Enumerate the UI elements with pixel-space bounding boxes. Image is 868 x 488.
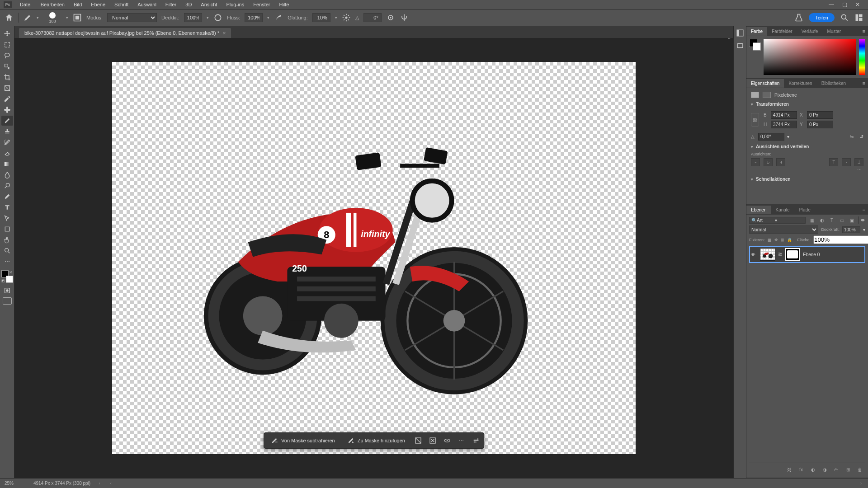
width-input[interactable] bbox=[771, 111, 797, 119]
layer-mask-thumbnail[interactable] bbox=[785, 248, 800, 261]
hand-tool[interactable] bbox=[1, 235, 13, 245]
tab-farbfelder[interactable]: Farbfelder bbox=[767, 27, 797, 36]
screen-mode-icon[interactable] bbox=[3, 297, 12, 305]
tab-pfade[interactable]: Pfade bbox=[794, 206, 815, 214]
scroll-right-icon[interactable]: › bbox=[859, 481, 863, 486]
status-chevron-icon[interactable]: › bbox=[97, 481, 102, 486]
lock-artboard-icon[interactable]: ⊞ bbox=[781, 237, 784, 243]
panel-icon-1[interactable] bbox=[736, 29, 744, 37]
background-swatch[interactable] bbox=[6, 276, 13, 283]
airbrush-icon[interactable] bbox=[274, 13, 283, 22]
opacity-input[interactable] bbox=[184, 13, 202, 22]
invert-mask-icon[interactable] bbox=[414, 436, 422, 445]
shape-tool[interactable] bbox=[1, 224, 13, 234]
workspace-icon[interactable] bbox=[854, 13, 863, 22]
tool-preset-chevron-icon[interactable]: ▾ bbox=[37, 15, 39, 20]
layer-row[interactable]: 👁 ⛓ Ebene 0 bbox=[749, 246, 865, 263]
horizontal-scrollbar[interactable] bbox=[328, 481, 644, 486]
align-bottom-icon[interactable]: ⟘ bbox=[854, 158, 863, 166]
menu-ansicht[interactable]: Ansicht bbox=[196, 0, 222, 9]
share-button[interactable]: Teilen bbox=[809, 13, 835, 22]
tab-bibliotheken[interactable]: Bibliotheken bbox=[817, 79, 850, 88]
document-tab[interactable]: bike-3073082 nattapol deejitwasin auf Pi… bbox=[19, 28, 231, 38]
subtract-from-mask-button[interactable]: Von Maske subtrahieren bbox=[268, 435, 338, 446]
layer-opacity-input[interactable] bbox=[842, 226, 860, 233]
minimize-icon[interactable]: — bbox=[829, 1, 834, 8]
frame-tool[interactable] bbox=[1, 83, 13, 93]
properties-panel-menu-icon[interactable]: ≡ bbox=[860, 80, 868, 86]
add-mask-icon[interactable]: ◐ bbox=[809, 466, 816, 473]
new-group-icon[interactable]: 🗀 bbox=[833, 466, 840, 473]
opacity-chevron-icon[interactable]: ▾ bbox=[207, 15, 209, 20]
layer-opacity-chevron-icon[interactable]: ▾ bbox=[863, 227, 865, 232]
x-input[interactable] bbox=[807, 111, 833, 119]
zoom-level[interactable]: 25% bbox=[5, 481, 27, 486]
smoothing-gear-icon[interactable] bbox=[342, 13, 351, 22]
symmetry-icon[interactable] bbox=[400, 13, 409, 22]
menu-auswahl[interactable]: Auswahl bbox=[133, 0, 161, 9]
filter-pixel-icon[interactable]: ▦ bbox=[808, 216, 816, 224]
menu-filter[interactable]: Filter bbox=[161, 0, 181, 9]
align-top-icon[interactable]: ⟙ bbox=[829, 158, 838, 166]
link-layers-icon[interactable]: ⛓ bbox=[786, 466, 793, 473]
filter-smart-icon[interactable]: ▣ bbox=[848, 216, 855, 224]
tab-muster[interactable]: Muster bbox=[822, 27, 845, 36]
layer-name[interactable]: Ebene 0 bbox=[803, 252, 820, 257]
clear-mask-icon[interactable] bbox=[429, 436, 437, 445]
heal-tool[interactable] bbox=[1, 105, 13, 115]
flip-vertical-icon[interactable]: ⇵ bbox=[860, 134, 863, 139]
menu-fenster[interactable]: Fenster bbox=[249, 0, 274, 9]
path-tool[interactable] bbox=[1, 213, 13, 223]
tab-eigenschaften[interactable]: Eigenschaften bbox=[746, 79, 784, 88]
blend-mode-select[interactable]: Normal bbox=[107, 13, 157, 22]
color-panel-menu-icon[interactable]: ≡ bbox=[860, 28, 868, 34]
panel-icon-2[interactable] bbox=[736, 42, 744, 50]
add-to-mask-button[interactable]: Zu Maske hinzufügen bbox=[344, 435, 408, 446]
maximize-icon[interactable]: ▢ bbox=[842, 1, 847, 8]
menu-hilfe[interactable]: Hilfe bbox=[274, 0, 293, 9]
align-vcenter-icon[interactable]: ⫟ bbox=[842, 158, 851, 166]
tab-farbe[interactable]: Farbe bbox=[746, 27, 767, 36]
layers-panel-menu-icon[interactable]: ≡ bbox=[860, 207, 868, 212]
layer-fx-icon[interactable]: fx bbox=[797, 466, 805, 473]
quickmask-icon[interactable] bbox=[1, 286, 13, 296]
menu-schrift[interactable]: Schrift bbox=[110, 0, 133, 9]
tab-korrekturen[interactable]: Korrekturen bbox=[784, 79, 816, 88]
menu-bearbeiten[interactable]: Bearbeiten bbox=[36, 0, 69, 9]
zoom-tool[interactable] bbox=[1, 246, 13, 256]
menu-bild[interactable]: Bild bbox=[69, 0, 86, 9]
tab-kanaele[interactable]: Kanäle bbox=[771, 206, 794, 214]
menu-datei[interactable]: Datei bbox=[15, 0, 36, 9]
flow-input[interactable] bbox=[245, 13, 263, 22]
height-input[interactable] bbox=[771, 121, 797, 128]
hue-slider[interactable] bbox=[859, 39, 865, 75]
align-more-icon[interactable]: ⋯ bbox=[751, 166, 863, 173]
layer-thumbnail[interactable] bbox=[760, 248, 775, 261]
brush-tool[interactable] bbox=[1, 116, 13, 126]
lasso-tool[interactable] bbox=[1, 51, 13, 61]
document-canvas[interactable]: 8 infinity 250 bbox=[112, 61, 636, 455]
color-field[interactable] bbox=[764, 39, 856, 75]
size-pressure-icon[interactable] bbox=[386, 13, 395, 22]
layer-visibility-icon[interactable]: 👁 bbox=[751, 252, 757, 257]
menu-plugins[interactable]: Plug-ins bbox=[222, 0, 249, 9]
flow-chevron-icon[interactable]: ▾ bbox=[267, 15, 269, 20]
brush-settings-icon[interactable] bbox=[73, 13, 82, 22]
filter-adjust-icon[interactable]: ◐ bbox=[818, 216, 826, 224]
filter-toggle-icon[interactable]: ⬬ bbox=[858, 216, 865, 224]
align-section-toggle[interactable]: ▾Ausrichten und verteilen bbox=[751, 144, 863, 149]
close-tab-icon[interactable]: × bbox=[223, 30, 226, 36]
new-layer-icon[interactable]: ⊞ bbox=[844, 466, 852, 473]
history-brush-tool[interactable] bbox=[1, 137, 13, 147]
mask-link-icon[interactable]: ⛓ bbox=[778, 252, 782, 257]
type-tool[interactable] bbox=[1, 202, 13, 212]
gradient-tool[interactable] bbox=[1, 159, 13, 169]
smoothing-input[interactable] bbox=[312, 13, 330, 22]
layer-filter-input[interactable] bbox=[757, 218, 775, 223]
menu-ebene[interactable]: Ebene bbox=[86, 0, 110, 9]
tab-ebenen[interactable]: Ebenen bbox=[746, 206, 771, 214]
color-swatches[interactable]: ⤭ ◩ bbox=[1, 270, 13, 283]
more-options-icon[interactable]: ⋯ bbox=[458, 436, 466, 445]
color-panel-swatches[interactable] bbox=[749, 39, 761, 51]
flip-horizontal-icon[interactable]: ⇋ bbox=[850, 134, 854, 139]
